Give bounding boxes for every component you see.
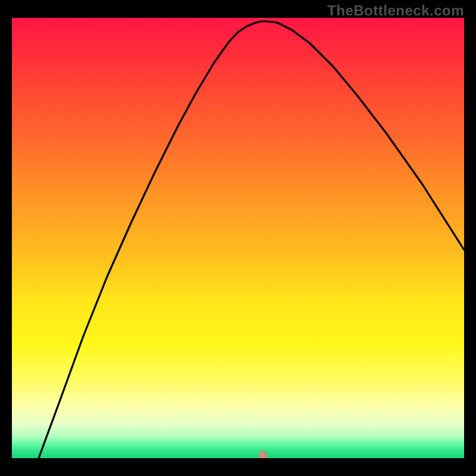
chart-frame: TheBottleneck.com — [0, 0, 476, 476]
plot-area — [12, 18, 464, 458]
bottleneck-curve — [12, 18, 464, 458]
watermark-text: TheBottleneck.com — [327, 2, 464, 19]
minimum-marker-icon — [259, 450, 267, 458]
